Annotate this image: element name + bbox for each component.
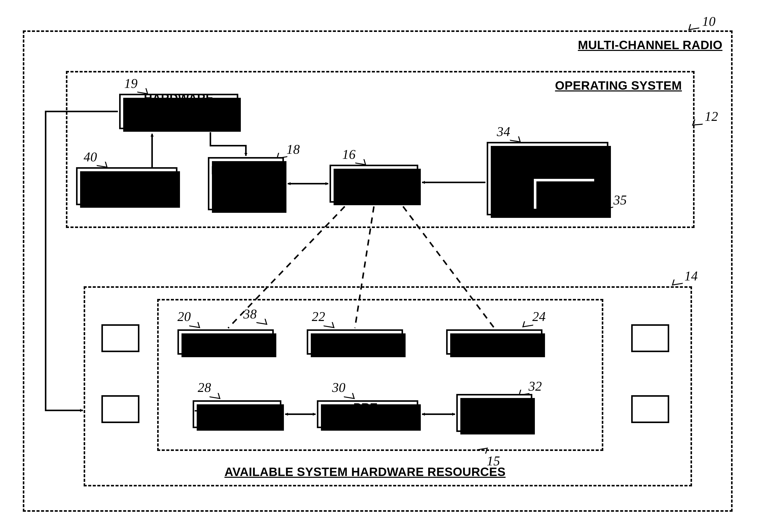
side-box-right-bottom <box>631 395 669 423</box>
side-box-left-bottom <box>101 395 140 423</box>
applications-box-3: APPLICATIONS <box>446 329 542 355</box>
side-box-left-top <box>101 324 140 352</box>
transceiver-box: TRANSCEIVER <box>193 400 281 428</box>
hardware-resource-identifier-box: HARDWARE RESOURCE IDENTIFIER <box>119 94 238 129</box>
ref-10: 10 <box>702 14 715 29</box>
ref-15: 15 <box>487 454 500 469</box>
hrm-label: HARDWARE RESOURCE MANAGER <box>211 164 281 204</box>
hardware-resources-title: AVAILABLE SYSTEM HARDWARE RESOURCES <box>213 465 517 479</box>
pa-label: POWER AMPLIFIER <box>462 399 527 426</box>
appmgr-label: APPLICATION MANAGER <box>334 170 414 197</box>
presel-label: PRE-SELECTOR <box>322 401 413 428</box>
ref-34: 34 <box>497 124 510 139</box>
hri-label: HARDWARE RESOURCE IDENTIFIER <box>125 91 233 132</box>
apps2-label: APPLICATIONS <box>311 335 398 349</box>
ref-40: 40 <box>84 149 97 164</box>
application-manager-box: APPLICATION MANAGER <box>330 165 418 203</box>
applications-box-2: APPLICATIONS <box>307 329 403 355</box>
vobj-label: VIRTUAL OBJECTS <box>536 180 592 207</box>
power-amplifier-box: POWER AMPLIFIER <box>456 394 532 432</box>
xcvr-label: TRANSCEIVER <box>194 407 279 421</box>
ref-35: 35 <box>613 193 627 208</box>
ref-24: 24 <box>532 309 546 324</box>
side-box-right-top <box>631 324 669 352</box>
ref-19: 19 <box>124 76 138 91</box>
virtual-objects-box: VIRTUAL OBJECTS <box>532 177 596 210</box>
operating-system-title: OPERATING SYSTEM <box>555 78 682 92</box>
ref-32: 32 <box>528 379 542 394</box>
hardware-specification-box: HARDWARE SPECIFICATION <box>76 167 177 205</box>
apps1-label: APPLICATIONS <box>182 335 269 349</box>
ref-14: 14 <box>685 269 698 284</box>
tick-10 <box>688 23 701 31</box>
ref-12: 12 <box>705 109 718 124</box>
hwspec-label: HARDWARE SPECIFICATION <box>81 173 172 200</box>
pre-selector-box: PRE-SELECTOR <box>317 400 418 428</box>
ref-18: 18 <box>286 142 300 157</box>
applications-box-1: APPLICATIONS <box>177 329 274 355</box>
appspec-label: APPLICATION SPECIFICATION <box>492 149 603 176</box>
diagram-canvas: MULTI-CHANNEL RADIO 10 OPERATING SYSTEM … <box>0 0 763 532</box>
multi-channel-radio-title: MULTI-CHANNEL RADIO <box>578 38 722 52</box>
hardware-resource-manager-box: HARDWARE RESOURCE MANAGER <box>208 157 284 210</box>
ref-38: 38 <box>243 307 257 321</box>
ref-16: 16 <box>342 147 356 162</box>
apps3-label: APPLICATIONS <box>450 335 538 349</box>
